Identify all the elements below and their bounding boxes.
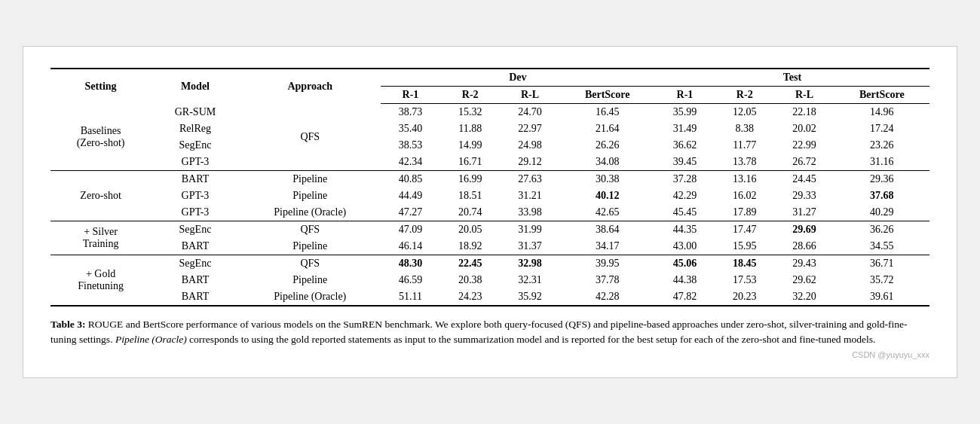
model-cell: GPT-3 bbox=[151, 154, 240, 171]
model-cell: BART bbox=[151, 272, 240, 288]
paper-box: Setting Model Approach Dev Test R-1 R-2 … bbox=[23, 46, 957, 379]
model-cell: GPT-3 bbox=[151, 204, 240, 221]
model-cell: BART bbox=[151, 288, 240, 306]
results-table: Setting Model Approach Dev Test R-1 R-2 … bbox=[51, 68, 929, 307]
col-dev-header: Dev bbox=[381, 69, 655, 87]
col-dev-r2: R-2 bbox=[440, 86, 500, 103]
table-row: SegEnc 38.53 14.99 24.98 26.26 36.62 11.… bbox=[51, 137, 929, 154]
table-row: + GoldFinetuning SegEnc QFS 48.30 22.45 … bbox=[51, 255, 929, 272]
approach-cell: Pipeline bbox=[240, 170, 381, 188]
col-test-rl: R-L bbox=[774, 86, 834, 103]
table-row: GPT-3 42.34 16.71 29.12 34.08 39.45 13.7… bbox=[51, 154, 929, 171]
table-row: + SilverTraining SegEnc QFS 47.09 20.05 … bbox=[51, 221, 929, 238]
approach-cell: QFS bbox=[240, 221, 381, 238]
model-cell: GR-SUM bbox=[151, 103, 240, 120]
approach-cell: Pipeline (Oracle) bbox=[240, 204, 381, 221]
col-setting: Setting bbox=[51, 69, 151, 104]
model-cell: GPT-3 bbox=[151, 188, 240, 204]
model-cell: SegEnc bbox=[151, 221, 240, 238]
approach-cell: Pipeline bbox=[240, 238, 381, 255]
col-approach: Approach bbox=[240, 69, 381, 104]
approach-cell: Pipeline bbox=[240, 272, 381, 288]
table-caption: Table 3: ROUGE and BertScore performance… bbox=[51, 317, 929, 348]
watermark: CSDN @yuyuyu_xxx bbox=[51, 350, 929, 359]
setting-silver: + SilverTraining bbox=[51, 221, 151, 255]
setting-baselines: Baselines(Zero-shot) bbox=[51, 103, 151, 170]
col-test-r1: R-1 bbox=[655, 86, 715, 103]
table-row: BART Pipeline 46.59 20.38 32.31 37.78 44… bbox=[51, 272, 929, 288]
model-cell: BART bbox=[151, 170, 240, 188]
model-cell: RelReg bbox=[151, 120, 240, 137]
approach-cell: QFS bbox=[240, 103, 381, 170]
col-model: Model bbox=[151, 69, 240, 104]
approach-cell: QFS bbox=[240, 255, 381, 272]
model-cell: BART bbox=[151, 238, 240, 255]
col-dev-r1: R-1 bbox=[381, 86, 440, 103]
col-test-header: Test bbox=[655, 69, 929, 87]
table-row: Zero-shot BART Pipeline 40.85 16.99 27.6… bbox=[51, 170, 929, 188]
table-row: RelReg 35.40 11.88 22.97 21.64 31.49 8.3… bbox=[51, 120, 929, 137]
table-row: GPT-3 Pipeline (Oracle) 47.27 20.74 33.9… bbox=[51, 204, 929, 221]
model-cell: SegEnc bbox=[151, 137, 240, 154]
model-cell: SegEnc bbox=[151, 255, 240, 272]
table-row: Baselines(Zero-shot) GR-SUM QFS 38.73 15… bbox=[51, 103, 929, 120]
caption-text: ROUGE and BertScore performance of vario… bbox=[51, 319, 907, 345]
approach-cell: Pipeline bbox=[240, 188, 381, 204]
caption-label: Table 3: bbox=[51, 319, 85, 330]
col-test-r2: R-2 bbox=[715, 86, 774, 103]
col-dev-bs: BertScore bbox=[560, 86, 655, 103]
setting-zeroshot: Zero-shot bbox=[51, 170, 151, 221]
approach-cell: Pipeline (Oracle) bbox=[240, 288, 381, 306]
setting-gold: + GoldFinetuning bbox=[51, 255, 151, 306]
col-dev-rl: R-L bbox=[500, 86, 559, 103]
caption-italic: Pipeline (Oracle) bbox=[115, 334, 187, 345]
table-row: BART Pipeline (Oracle) 51.11 24.23 35.92… bbox=[51, 288, 929, 306]
col-test-bs: BertScore bbox=[835, 86, 929, 103]
table-row: BART Pipeline 46.14 18.92 31.37 34.17 43… bbox=[51, 238, 929, 255]
table-row: GPT-3 Pipeline 44.49 18.51 31.21 40.12 4… bbox=[51, 188, 929, 204]
